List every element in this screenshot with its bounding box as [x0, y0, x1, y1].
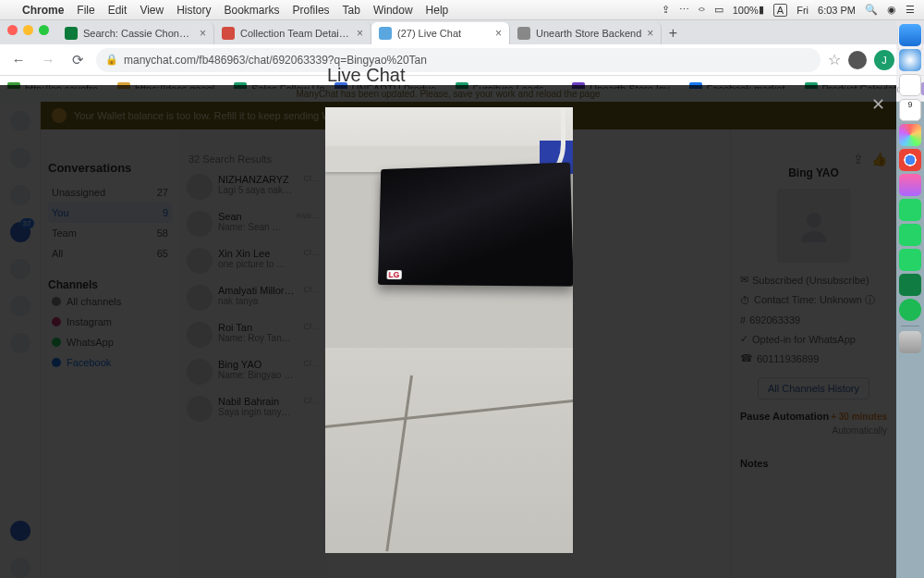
menu-profiles[interactable]: Profiles: [293, 4, 330, 17]
menu-file[interactable]: File: [77, 4, 94, 17]
dock-whatsapp-icon[interactable]: [899, 199, 921, 221]
close-tab-icon[interactable]: ×: [647, 27, 653, 40]
menu-history[interactable]: History: [176, 4, 211, 17]
dock-photos-icon[interactable]: [899, 124, 921, 146]
favicon: [222, 27, 235, 40]
notification-icon[interactable]: ☰: [906, 4, 915, 16]
dock-calendar-icon[interactable]: 9: [899, 99, 921, 121]
menu-view[interactable]: View: [140, 4, 164, 17]
dock-safari-icon[interactable]: [899, 49, 921, 71]
tab-label: Search: Cassie Chong — Unear…: [83, 28, 194, 39]
time-label: 6:03 PM: [818, 5, 856, 16]
dropbox-icon[interactable]: ⇪: [662, 4, 670, 16]
dock-itunes-icon[interactable]: [899, 174, 921, 196]
battery-status[interactable]: 100% ▮: [733, 4, 764, 16]
lock-icon: 🔒: [105, 54, 118, 66]
siri-icon[interactable]: ◉: [887, 4, 896, 16]
forward-button[interactable]: →: [37, 49, 59, 71]
mac-menubar: Chrome File Edit View History Bookmarks …: [0, 0, 924, 20]
browser-tab[interactable]: Unearth Store Backend×: [510, 22, 662, 44]
day-label: Fri: [796, 5, 808, 16]
favicon: [517, 27, 530, 40]
browser-tab[interactable]: (27) Live Chat×: [371, 22, 510, 44]
favicon: [65, 27, 78, 40]
mac-dock: 9: [896, 20, 924, 578]
tab-label: (27) Live Chat: [397, 28, 490, 39]
input-source[interactable]: A: [773, 4, 787, 17]
menu-window[interactable]: Window: [373, 4, 413, 17]
menu-tab[interactable]: Tab: [343, 4, 360, 17]
screen-icon[interactable]: ▭: [714, 4, 723, 16]
close-tab-icon[interactable]: ×: [495, 27, 502, 40]
dock-app2-icon[interactable]: [899, 249, 921, 271]
menu-help[interactable]: Help: [426, 4, 449, 17]
app-name[interactable]: Chrome: [22, 4, 64, 17]
dock-mail-icon[interactable]: [899, 74, 921, 96]
dock-spotify-icon[interactable]: [899, 299, 921, 321]
menu-edit[interactable]: Edit: [108, 4, 128, 17]
menu-bookmarks[interactable]: Bookmarks: [225, 4, 280, 17]
back-button[interactable]: ←: [7, 49, 30, 71]
dvd-player: [378, 163, 573, 287]
profile-avatar[interactable]: J: [874, 50, 894, 70]
close-tab-icon[interactable]: ×: [200, 27, 206, 40]
tab-label: Collection Team Details | CS - …: [240, 28, 351, 39]
close-tab-icon[interactable]: ×: [357, 27, 363, 40]
page-title: Live Chat: [327, 65, 406, 86]
dock-app-icon[interactable]: [899, 224, 921, 246]
status-icon[interactable]: ⋯: [679, 4, 689, 16]
maximize-window-icon[interactable]: [39, 25, 49, 35]
browser-tab[interactable]: Search: Cassie Chong — Unear…×: [57, 22, 214, 44]
close-window-icon[interactable]: [7, 25, 18, 35]
extension-icon[interactable]: [848, 51, 867, 69]
dock-chrome-icon[interactable]: [899, 149, 921, 171]
chrome-tabstrip: Search: Cassie Chong — Unear…×Collection…: [0, 20, 924, 44]
spotlight-icon[interactable]: 🔍: [865, 4, 878, 16]
minimize-window-icon[interactable]: [23, 25, 33, 35]
window-controls[interactable]: [7, 25, 49, 35]
browser-tab[interactable]: Collection Team Details | CS - …×: [214, 22, 371, 44]
dock-finder-icon[interactable]: [899, 24, 921, 46]
lightbox-image: [325, 107, 573, 553]
tab-label: Unearth Store Backend: [536, 28, 641, 39]
favicon: [379, 27, 392, 40]
close-icon[interactable]: ✕: [871, 94, 885, 115]
dock-trash-icon[interactable]: [899, 331, 921, 353]
new-tab-button[interactable]: +: [662, 22, 684, 44]
chrome-toolbar: ← → ⟳ 🔒 manychat.com/fb486963/chat/69206…: [0, 44, 924, 76]
reload-button[interactable]: ⟳: [67, 49, 89, 71]
wifi-icon[interactable]: ⌔: [699, 5, 705, 16]
dock-excel-icon[interactable]: [899, 274, 921, 296]
bookmark-star-icon[interactable]: ☆: [828, 51, 841, 68]
address-bar[interactable]: 🔒 manychat.com/fb486963/chat/692063339?q…: [96, 48, 821, 72]
